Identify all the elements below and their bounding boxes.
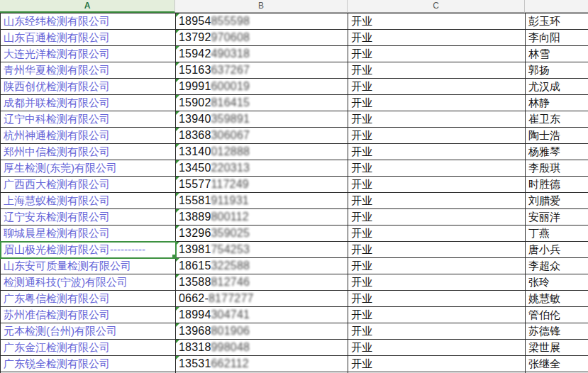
phone-cell[interactable]: 0662-8177277 (176, 291, 348, 307)
company-cell[interactable]: 广东金江检测有限公司 (1, 340, 176, 356)
contact-cell[interactable]: 梁世展 (526, 340, 588, 356)
contact-cell[interactable]: 李殷琪 (526, 160, 588, 177)
fill-handle[interactable] (172, 254, 176, 258)
status-cell[interactable]: 开业 (348, 258, 526, 274)
company-cell[interactable]: 广东锐全检测有限公司 (1, 356, 176, 372)
contact-cell[interactable]: 姚慧敏 (526, 291, 588, 307)
contact-cell[interactable]: 李超众 (526, 258, 588, 274)
company-cell[interactable]: 厚生检测(东莞)有限公司 (1, 160, 176, 177)
phone-cell[interactable]: 15902816415 (176, 95, 348, 111)
column-header-b[interactable]: B (175, 0, 348, 13)
phone-cell[interactable]: 13140012888 (176, 144, 348, 160)
phone-cell[interactable]: 13981754253 (176, 242, 348, 258)
status-cell[interactable]: 开业 (348, 13, 526, 30)
company-cell[interactable]: 广西西大检测有限公司 (1, 177, 176, 193)
phone-cell[interactable]: 18994304741 (176, 307, 348, 323)
phone-cell[interactable]: 13531662112 (176, 356, 348, 372)
company-cell[interactable]: 检测通科技(宁波)有限公司 (1, 274, 176, 291)
phone-cell[interactable]: 19991600019 (176, 79, 348, 95)
contact-cell[interactable]: 彭玉环 (526, 13, 588, 30)
company-cell[interactable]: 山东经纬检测有限公司 (1, 13, 176, 30)
contact-cell[interactable]: 丁燕 (526, 226, 588, 242)
company-cell[interactable]: 山东百通检测有限公司 (1, 30, 176, 46)
status-cell[interactable]: 开业 (348, 79, 526, 95)
phone-blurred-digits: 359025 (211, 227, 250, 239)
status-cell[interactable]: 开业 (348, 193, 526, 209)
phone-cell[interactable]: 13889800112 (176, 209, 348, 226)
status-cell[interactable]: 开业 (348, 291, 526, 307)
status-cell[interactable]: 开业 (348, 177, 526, 193)
contact-cell[interactable]: 尤汉成 (526, 79, 588, 95)
column-header-d[interactable] (525, 0, 588, 13)
company-cell[interactable]: 郑州中信检测有限公司 (1, 144, 176, 160)
status-cell[interactable]: 开业 (348, 30, 526, 46)
company-cell[interactable]: 山东安可质量检测有限公司 (1, 258, 176, 274)
status-cell[interactable]: 开业 (348, 356, 526, 372)
column-header-a[interactable]: A (0, 0, 175, 13)
phone-cell[interactable]: 15577117249 (176, 177, 348, 193)
phone-cell[interactable]: 15163637267 (176, 62, 348, 79)
contact-cell[interactable]: 时胜德 (526, 177, 588, 193)
company-cell[interactable]: 辽宁安东检测有限公司 (1, 209, 176, 226)
status-cell[interactable]: 开业 (348, 274, 526, 291)
number-stored-as-text-indicator-icon (176, 307, 179, 311)
contact-cell[interactable]: 张继全 (526, 356, 588, 372)
status-cell[interactable]: 开业 (348, 62, 526, 79)
phone-blurred-digits: 855598 (211, 15, 250, 27)
company-cell[interactable]: 青州华夏检测有限公司 (1, 62, 176, 79)
company-cell[interactable]: 辽宁中科检测有限公司 (1, 111, 176, 128)
contact-cell[interactable]: 苏德锋 (526, 323, 588, 340)
status-cell[interactable]: 开业 (348, 95, 526, 111)
status-cell[interactable]: 开业 (348, 128, 526, 144)
phone-cell[interactable]: 13940359891 (176, 111, 348, 128)
company-cell[interactable]: 杭州神通检测有限公司 (1, 128, 176, 144)
contact-cell[interactable]: 管伯伦 (526, 307, 588, 323)
contact-cell[interactable]: 安丽洋 (526, 209, 588, 226)
phone-cell[interactable]: 18368306067 (176, 128, 348, 144)
status-cell[interactable]: 开业 (348, 226, 526, 242)
status-cell[interactable]: 开业 (348, 111, 526, 128)
number-stored-as-text-indicator-icon (176, 160, 179, 164)
phone-cell[interactable]: 18615322588 (176, 258, 348, 274)
company-cell[interactable]: 元本检测(台州)有限公司 (1, 323, 176, 340)
status-cell[interactable]: 开业 (348, 46, 526, 62)
status-cell[interactable]: 开业 (348, 323, 526, 340)
company-cell[interactable]: 苏州准信检测有限公司 (1, 307, 176, 323)
status-cell[interactable]: 开业 (348, 307, 526, 323)
grid-body: 山东经纬检测有限公司18954855598开业彭玉环山东百通检测有限公司1379… (0, 13, 588, 373)
phone-cell[interactable]: 18954855598 (176, 13, 348, 30)
number-stored-as-text-indicator-icon (176, 111, 179, 115)
contact-cell[interactable]: 林雪 (526, 46, 588, 62)
contact-cell[interactable]: 林静 (526, 95, 588, 111)
phone-clear-digits: 13792 (179, 31, 211, 43)
contact-cell[interactable]: 郭扬 (526, 62, 588, 79)
company-cell[interactable]: 陕西创优检测有限公司 (1, 79, 176, 95)
column-header-c[interactable]: C (348, 0, 525, 13)
phone-cell[interactable]: 15942490318 (176, 46, 348, 62)
phone-cell[interactable]: 13588812746 (176, 274, 348, 291)
phone-cell[interactable]: 13296359025 (176, 226, 348, 242)
contact-cell[interactable]: 杨雅琴 (526, 144, 588, 160)
phone-cell[interactable]: 13968801906 (176, 323, 348, 340)
company-cell[interactable]: 聊城晨星检测有限公司 (1, 226, 176, 242)
phone-cell[interactable]: 15581911931 (176, 193, 348, 209)
contact-cell[interactable]: 崔卫东 (526, 111, 588, 128)
status-cell[interactable]: 开业 (348, 160, 526, 177)
contact-cell[interactable]: 陶士浩 (526, 128, 588, 144)
contact-cell[interactable]: 李向阳 (526, 30, 588, 46)
company-cell[interactable]: 上海慧蚁检测有限公司 (1, 193, 176, 209)
phone-cell[interactable]: 13450220313 (176, 160, 348, 177)
company-cell[interactable]: 眉山极光检测有限公司---------- (1, 242, 176, 258)
status-cell[interactable]: 开业 (348, 209, 526, 226)
contact-cell[interactable]: 张玲 (526, 274, 588, 291)
contact-cell[interactable]: 唐小兵 (526, 242, 588, 258)
status-cell[interactable]: 开业 (348, 340, 526, 356)
phone-cell[interactable]: 18318998048 (176, 340, 348, 356)
company-cell[interactable]: 大连光洋检测有限公司 (1, 46, 176, 62)
company-cell[interactable]: 广东粤信检测有限公司 (1, 291, 176, 307)
phone-cell[interactable]: 13792970608 (176, 30, 348, 46)
company-cell[interactable]: 成都并联检测有限公司 (1, 95, 176, 111)
status-cell[interactable]: 开业 (348, 144, 526, 160)
contact-cell[interactable]: 刘腊爱 (526, 193, 588, 209)
status-cell[interactable]: 开业 (348, 242, 526, 258)
